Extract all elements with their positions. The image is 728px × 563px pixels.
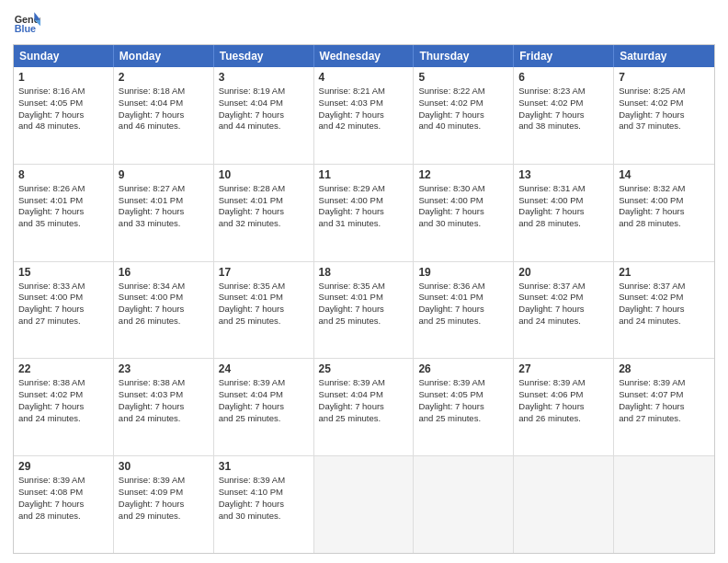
- cell-line: Daylight: 7 hours: [18, 109, 108, 121]
- cell-line: Daylight: 7 hours: [319, 109, 409, 121]
- cell-line: and 35 minutes.: [18, 218, 108, 230]
- cell-line: Daylight: 7 hours: [219, 206, 309, 218]
- cell-line: Sunset: 4:03 PM: [119, 389, 209, 401]
- cell-line: Sunrise: 8:28 AM: [219, 183, 309, 195]
- cell-line: Sunrise: 8:35 AM: [219, 281, 309, 293]
- cell-line: and 33 minutes.: [119, 218, 209, 230]
- cell-line: Daylight: 7 hours: [619, 401, 710, 413]
- cell-line: Sunrise: 8:35 AM: [319, 281, 409, 293]
- cell-line: Sunset: 4:01 PM: [319, 292, 409, 304]
- cell-line: and 26 minutes.: [119, 316, 209, 327]
- day-number: 31: [219, 460, 309, 473]
- cell-line: Sunset: 4:01 PM: [119, 195, 209, 207]
- day-number: 20: [518, 266, 609, 279]
- day-number: 15: [18, 266, 108, 279]
- cell-line: Sunset: 4:04 PM: [319, 389, 409, 401]
- cell-line: Sunrise: 8:18 AM: [119, 86, 209, 98]
- cell-line: Sunset: 4:00 PM: [119, 292, 209, 304]
- cal-row-4: 22Sunrise: 8:38 AMSunset: 4:02 PMDayligh…: [14, 359, 714, 456]
- cell-line: and 40 minutes.: [418, 121, 508, 132]
- day-number: 22: [18, 362, 108, 375]
- weekday-header-monday: Monday: [114, 45, 214, 67]
- cell-line: Sunset: 4:00 PM: [18, 292, 108, 304]
- cell-line: Sunrise: 8:33 AM: [18, 281, 108, 293]
- weekday-header-saturday: Saturday: [614, 45, 714, 67]
- cell-line: Sunrise: 8:39 AM: [319, 377, 409, 389]
- cell-line: and 46 minutes.: [119, 121, 209, 132]
- cal-cell: 1Sunrise: 8:16 AMSunset: 4:05 PMDaylight…: [14, 67, 114, 164]
- cell-line: Daylight: 7 hours: [219, 401, 309, 413]
- cal-cell: 23Sunrise: 8:38 AMSunset: 4:03 PMDayligh…: [114, 359, 214, 455]
- cal-cell: 26Sunrise: 8:39 AMSunset: 4:05 PMDayligh…: [414, 359, 514, 455]
- cal-row-1: 1Sunrise: 8:16 AMSunset: 4:05 PMDaylight…: [14, 67, 714, 165]
- cal-row-5: 29Sunrise: 8:39 AMSunset: 4:08 PMDayligh…: [14, 456, 714, 553]
- day-number: 30: [119, 460, 209, 473]
- cal-cell: 22Sunrise: 8:38 AMSunset: 4:02 PMDayligh…: [14, 359, 114, 455]
- cell-line: Sunrise: 8:29 AM: [319, 183, 409, 195]
- cell-line: and 48 minutes.: [18, 121, 108, 132]
- cell-line: Sunrise: 8:39 AM: [119, 475, 209, 487]
- cell-line: and 25 minutes.: [418, 413, 508, 425]
- cell-line: Sunset: 4:01 PM: [418, 292, 508, 304]
- cell-line: Sunset: 4:02 PM: [619, 292, 710, 304]
- cell-line: Sunset: 4:06 PM: [518, 389, 609, 401]
- day-number: 11: [319, 168, 409, 181]
- cell-line: Sunset: 4:07 PM: [619, 389, 710, 401]
- cell-line: and 25 minutes.: [418, 316, 508, 327]
- cell-line: Daylight: 7 hours: [119, 304, 209, 316]
- cell-line: Daylight: 7 hours: [119, 206, 209, 218]
- day-number: 28: [619, 362, 710, 375]
- cal-cell: 29Sunrise: 8:39 AMSunset: 4:08 PMDayligh…: [14, 456, 114, 553]
- cal-cell: 5Sunrise: 8:22 AMSunset: 4:02 PMDaylight…: [414, 67, 514, 164]
- cell-line: Sunrise: 8:39 AM: [219, 377, 309, 389]
- cell-line: and 27 minutes.: [619, 413, 710, 425]
- cell-line: Sunset: 4:10 PM: [219, 487, 309, 499]
- cell-line: and 28 minutes.: [619, 218, 710, 230]
- cell-line: and 28 minutes.: [18, 511, 108, 523]
- cell-line: Sunrise: 8:32 AM: [619, 183, 710, 195]
- cell-line: Daylight: 7 hours: [319, 304, 409, 316]
- cell-line: and 38 minutes.: [518, 121, 609, 132]
- cell-line: Daylight: 7 hours: [319, 206, 409, 218]
- cell-line: and 24 minutes.: [619, 316, 710, 327]
- cal-cell: 17Sunrise: 8:35 AMSunset: 4:01 PMDayligh…: [214, 262, 314, 359]
- cell-line: Sunrise: 8:19 AM: [219, 86, 309, 98]
- cell-line: Daylight: 7 hours: [219, 109, 309, 121]
- cell-line: Daylight: 7 hours: [18, 304, 108, 316]
- day-number: 4: [319, 71, 409, 84]
- weekday-header-thursday: Thursday: [414, 45, 514, 67]
- cal-cell: 30Sunrise: 8:39 AMSunset: 4:09 PMDayligh…: [114, 456, 214, 553]
- cell-line: Sunset: 4:08 PM: [18, 487, 108, 499]
- cal-cell: 27Sunrise: 8:39 AMSunset: 4:06 PMDayligh…: [514, 359, 614, 455]
- header: General Blue: [13, 9, 715, 37]
- day-number: 9: [119, 168, 209, 181]
- cell-line: Daylight: 7 hours: [418, 304, 508, 316]
- cal-cell: 11Sunrise: 8:29 AMSunset: 4:00 PMDayligh…: [314, 165, 415, 261]
- cal-row-3: 15Sunrise: 8:33 AMSunset: 4:00 PMDayligh…: [14, 262, 714, 360]
- cell-line: Daylight: 7 hours: [319, 401, 409, 413]
- day-number: 3: [219, 71, 309, 84]
- logo: General Blue: [13, 9, 40, 37]
- cell-line: Sunrise: 8:39 AM: [418, 377, 508, 389]
- cell-line: Sunrise: 8:27 AM: [119, 183, 209, 195]
- page: General Blue SundayMondayTuesdayWednesda…: [0, 0, 728, 563]
- day-number: 7: [619, 71, 710, 84]
- calendar-header: SundayMondayTuesdayWednesdayThursdayFrid…: [14, 45, 714, 67]
- cell-line: Sunrise: 8:38 AM: [119, 377, 209, 389]
- cell-line: Daylight: 7 hours: [18, 499, 108, 511]
- cell-line: Sunrise: 8:34 AM: [119, 281, 209, 293]
- cal-cell: 21Sunrise: 8:37 AMSunset: 4:02 PMDayligh…: [614, 262, 714, 359]
- cell-line: Sunrise: 8:16 AM: [18, 86, 108, 98]
- logo-icon: General Blue: [13, 9, 40, 37]
- cell-line: Sunset: 4:02 PM: [518, 98, 609, 109]
- cell-line: Sunrise: 8:31 AM: [518, 183, 609, 195]
- cal-cell: 25Sunrise: 8:39 AMSunset: 4:04 PMDayligh…: [314, 359, 415, 455]
- cal-cell: [614, 456, 714, 553]
- day-number: 25: [319, 362, 409, 375]
- cell-line: Daylight: 7 hours: [619, 304, 710, 316]
- cell-line: and 30 minutes.: [418, 218, 508, 230]
- cell-line: and 29 minutes.: [119, 511, 209, 523]
- day-number: 12: [418, 168, 508, 181]
- day-number: 14: [619, 168, 710, 181]
- cell-line: Sunset: 4:02 PM: [518, 292, 609, 304]
